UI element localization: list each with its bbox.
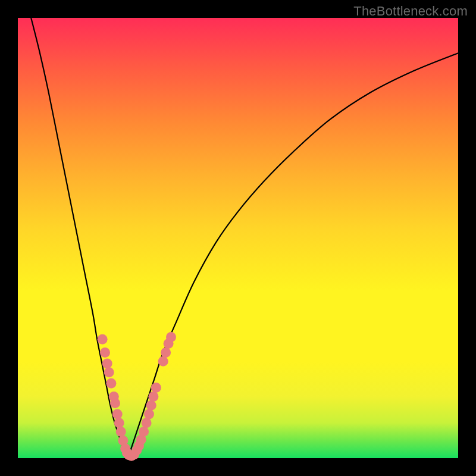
marker-dot	[100, 347, 110, 358]
curve-right-branch	[128, 53, 458, 458]
marker-dot	[98, 334, 108, 345]
marker-dot	[146, 400, 156, 411]
outer-frame: TheBottleneck.com	[0, 0, 476, 476]
marker-dot	[102, 358, 112, 368]
marker-dot	[114, 418, 124, 428]
chart-svg	[18, 18, 458, 458]
marker-dot	[158, 356, 168, 367]
marker-dot	[139, 427, 149, 437]
marker-dot	[142, 418, 152, 428]
marker-dot	[106, 378, 116, 389]
marker-dot	[151, 383, 161, 393]
watermark-text: TheBottleneck.com	[353, 4, 468, 19]
marker-dot	[166, 332, 176, 342]
marker-dot	[104, 367, 114, 377]
marker-dot	[112, 409, 123, 419]
marker-dot	[161, 347, 171, 358]
marker-dot	[148, 392, 158, 402]
marker-dots	[98, 332, 176, 461]
marker-dot	[110, 398, 120, 408]
plot-area	[18, 18, 458, 458]
marker-dot	[116, 427, 126, 437]
marker-dot	[144, 409, 154, 419]
